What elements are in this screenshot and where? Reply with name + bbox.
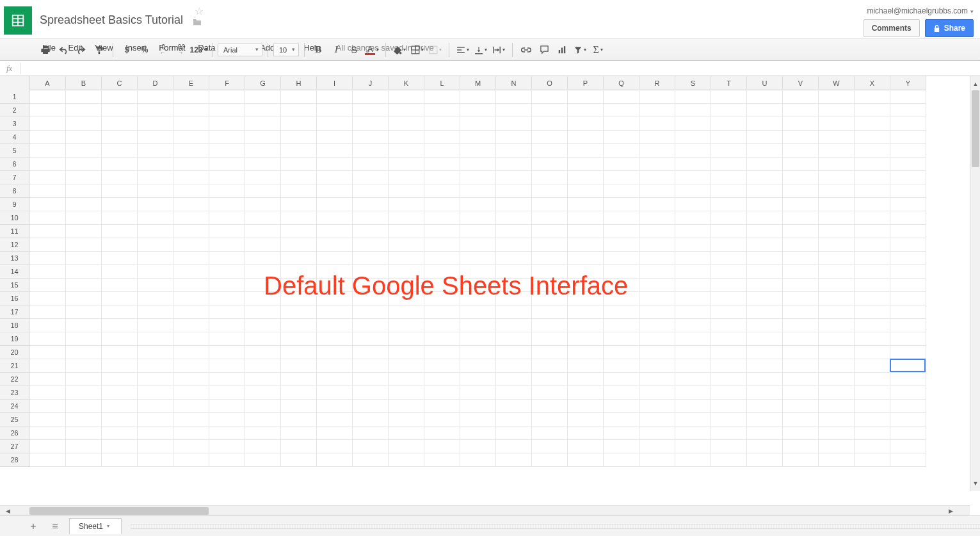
cell[interactable] (138, 211, 173, 225)
cell[interactable] (568, 400, 604, 413)
cell[interactable] (389, 373, 424, 386)
cell[interactable] (173, 319, 209, 332)
row-header[interactable]: 20 (0, 346, 29, 359)
cell[interactable] (604, 117, 639, 131)
cell[interactable] (353, 211, 389, 225)
cell[interactable] (281, 144, 317, 158)
cell[interactable] (604, 252, 639, 265)
cell[interactable] (460, 225, 496, 238)
cell[interactable] (245, 413, 281, 426)
cell[interactable] (855, 131, 890, 144)
cell[interactable] (66, 413, 102, 426)
cell[interactable] (281, 332, 317, 346)
cell[interactable] (353, 184, 389, 198)
column-header[interactable]: W (819, 76, 855, 90)
cell[interactable] (173, 90, 209, 104)
cell[interactable] (317, 198, 353, 211)
cell[interactable] (138, 346, 173, 359)
row-header[interactable]: 28 (0, 453, 29, 467)
cell[interactable] (209, 373, 245, 386)
insert-chart-icon[interactable] (554, 42, 570, 58)
cell[interactable] (281, 198, 317, 211)
cell[interactable] (711, 292, 747, 305)
cell[interactable] (532, 158, 568, 171)
account-menu[interactable]: michael@michaelgrubbs.com (867, 6, 974, 15)
vertical-align-button[interactable]: ▾ (472, 42, 489, 58)
cell[interactable] (353, 453, 389, 467)
cell[interactable] (66, 279, 102, 292)
cell[interactable] (747, 386, 783, 400)
cell[interactable] (102, 346, 138, 359)
cell[interactable] (29, 144, 66, 158)
cell[interactable] (675, 386, 711, 400)
cell[interactable] (855, 305, 890, 319)
cell[interactable] (209, 386, 245, 400)
cell[interactable] (29, 171, 66, 184)
cell[interactable] (389, 413, 424, 426)
cell[interactable] (317, 225, 353, 238)
cell[interactable] (317, 184, 353, 198)
cell[interactable] (173, 359, 209, 373)
cell[interactable] (819, 292, 855, 305)
cell[interactable] (102, 440, 138, 453)
cell[interactable] (353, 386, 389, 400)
cell[interactable] (496, 386, 532, 400)
row-header[interactable]: 9 (0, 198, 29, 211)
cell[interactable] (245, 184, 281, 198)
cell[interactable] (424, 440, 460, 453)
cell[interactable] (209, 184, 245, 198)
cell[interactable] (890, 90, 926, 104)
cell[interactable] (424, 332, 460, 346)
cell[interactable] (138, 305, 173, 319)
cell[interactable] (424, 413, 460, 426)
cell[interactable] (317, 131, 353, 144)
cell[interactable] (855, 144, 890, 158)
row-header[interactable]: 24 (0, 400, 29, 413)
select-all-corner[interactable] (0, 76, 29, 90)
cell[interactable] (747, 171, 783, 184)
cell[interactable] (496, 426, 532, 440)
cell[interactable] (783, 131, 819, 144)
cell[interactable] (317, 453, 353, 467)
row-header[interactable]: 16 (0, 292, 29, 305)
italic-button[interactable]: I (328, 42, 344, 58)
column-header[interactable]: D (138, 76, 173, 90)
cell[interactable] (855, 319, 890, 332)
cell[interactable] (890, 225, 926, 238)
cell[interactable] (819, 346, 855, 359)
font-family-select[interactable]: Arial (218, 44, 262, 56)
cell[interactable] (281, 104, 317, 117)
cell[interactable] (675, 131, 711, 144)
row-header[interactable]: 14 (0, 265, 29, 279)
cell[interactable] (66, 292, 102, 305)
cell[interactable] (639, 225, 675, 238)
cell[interactable] (245, 305, 281, 319)
cell[interactable] (424, 346, 460, 359)
cell[interactable] (460, 131, 496, 144)
cell[interactable] (783, 158, 819, 171)
cell[interactable] (639, 198, 675, 211)
cell[interactable] (353, 332, 389, 346)
cell[interactable] (460, 413, 496, 426)
cell[interactable] (639, 400, 675, 413)
column-header[interactable]: N (496, 76, 532, 90)
all-sheets-button[interactable]: ≡ (47, 519, 63, 534)
cell[interactable] (460, 359, 496, 373)
cell[interactable] (639, 184, 675, 198)
cell[interactable] (460, 453, 496, 467)
cell[interactable] (460, 158, 496, 171)
cell[interactable] (460, 319, 496, 332)
cell[interactable] (568, 413, 604, 426)
cell[interactable] (675, 453, 711, 467)
cell[interactable] (389, 386, 424, 400)
column-header[interactable]: J (353, 76, 389, 90)
scroll-down-icon[interactable]: ▼ (970, 478, 980, 489)
cell[interactable] (855, 373, 890, 386)
cell[interactable] (711, 413, 747, 426)
cell[interactable] (353, 252, 389, 265)
cell[interactable] (138, 131, 173, 144)
cell[interactable] (890, 292, 926, 305)
cell[interactable] (711, 332, 747, 346)
cell[interactable] (855, 292, 890, 305)
column-header[interactable]: I (317, 76, 353, 90)
